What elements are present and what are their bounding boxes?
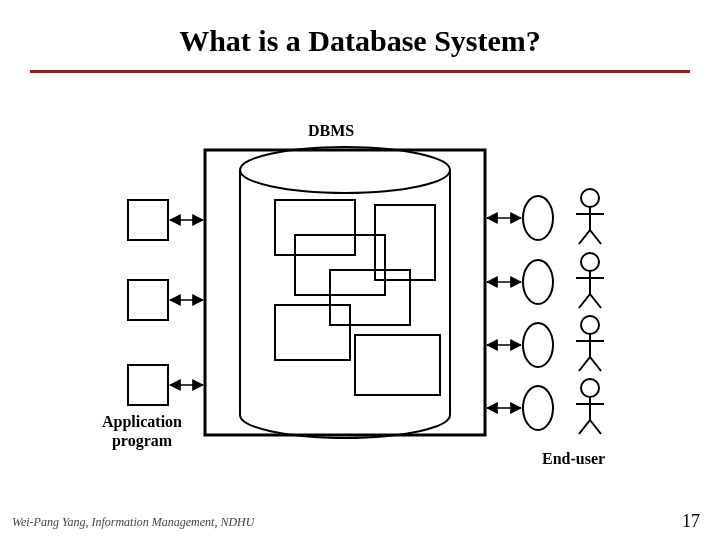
svg-line-27 xyxy=(590,230,601,244)
svg-point-15 xyxy=(523,196,553,240)
svg-point-18 xyxy=(523,386,553,430)
label-dbms: DBMS xyxy=(308,122,354,140)
svg-line-26 xyxy=(579,230,590,244)
app-program-boxes xyxy=(128,200,168,405)
data-rectangles xyxy=(275,200,440,395)
terminal-icons xyxy=(523,196,553,430)
svg-rect-3 xyxy=(275,200,355,255)
svg-point-38 xyxy=(581,379,599,397)
label-end-user: End-user xyxy=(542,450,605,468)
svg-rect-10 xyxy=(128,280,168,320)
svg-point-33 xyxy=(581,316,599,334)
svg-rect-4 xyxy=(295,235,385,295)
left-connectors xyxy=(170,220,203,385)
page-number: 17 xyxy=(682,511,700,532)
svg-rect-5 xyxy=(330,270,410,325)
svg-rect-6 xyxy=(275,305,350,360)
svg-point-16 xyxy=(523,260,553,304)
diagram-canvas xyxy=(0,0,720,540)
svg-rect-11 xyxy=(128,365,168,405)
svg-rect-9 xyxy=(128,200,168,240)
svg-line-32 xyxy=(590,294,601,308)
label-app-program: Application program xyxy=(102,412,182,450)
footer-source: Wei-Pang Yang, Information Management, N… xyxy=(12,515,254,530)
svg-line-41 xyxy=(579,420,590,434)
svg-line-42 xyxy=(590,420,601,434)
svg-line-31 xyxy=(579,294,590,308)
svg-line-37 xyxy=(590,357,601,371)
svg-rect-7 xyxy=(355,335,440,395)
svg-point-23 xyxy=(581,189,599,207)
end-user-icons xyxy=(576,189,604,434)
svg-point-17 xyxy=(523,323,553,367)
svg-point-0 xyxy=(240,147,450,193)
right-connectors xyxy=(487,218,521,408)
svg-line-36 xyxy=(579,357,590,371)
svg-point-28 xyxy=(581,253,599,271)
